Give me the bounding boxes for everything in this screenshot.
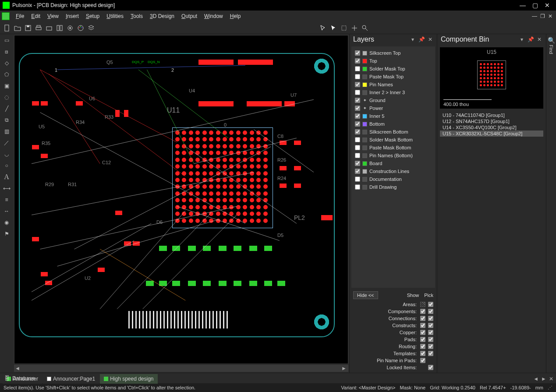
select-mode-icon[interactable] (329, 23, 338, 33)
option-show-checkbox[interactable] (420, 323, 425, 328)
layer-row[interactable]: Pin Names (355, 81, 432, 88)
close-button[interactable]: ✕ (541, 2, 553, 9)
menu-output[interactable]: Output (178, 13, 201, 19)
layer-list[interactable]: Silkscreen TopTopSolder Mask TopPaste Ma… (351, 46, 435, 288)
option-pick-checkbox[interactable] (428, 337, 433, 342)
layer-visible-checkbox[interactable] (355, 90, 360, 95)
design-canvas[interactable]: Q5 U4 U7 U11 0 U5 R35 R34 R33 C12 C8 R26… (14, 35, 348, 364)
find-icon[interactable]: 🔍 (548, 37, 555, 44)
layer-visible-checkbox[interactable] (355, 113, 360, 119)
lasso-icon[interactable]: ◌ (2, 93, 11, 102)
layer-visible-checkbox[interactable] (355, 66, 360, 71)
horizontal-scrollbar[interactable]: ◄ ► (14, 365, 348, 372)
layer-visible-checkbox[interactable] (355, 58, 360, 64)
tab-next-icon[interactable]: ► (541, 376, 546, 382)
select-rect-icon[interactable]: ▭ (2, 36, 11, 45)
layer-row[interactable]: Pin Names (Bottom) (355, 152, 432, 159)
rule-icon[interactable]: ≡ (2, 195, 11, 204)
poly-icon[interactable]: ⬠ (2, 70, 11, 79)
option-show-checkbox[interactable] (420, 302, 425, 307)
layer-visible-checkbox[interactable] (355, 177, 360, 182)
layer-row[interactable]: Paste Mask Top (355, 73, 432, 81)
frame-select-icon[interactable] (339, 23, 349, 33)
layer-row[interactable]: Silkscreen Bottom (355, 128, 432, 136)
layer-visible-checkbox[interactable] (355, 129, 360, 134)
cross-probe-icon[interactable] (350, 23, 359, 33)
layer-visible-checkbox[interactable] (355, 161, 360, 166)
layer-visible-checkbox[interactable] (355, 153, 360, 158)
layer-row[interactable]: Solder Mask Bottom (355, 136, 432, 144)
save-icon[interactable] (23, 23, 33, 33)
option-show-checkbox[interactable] (420, 330, 425, 335)
layer-row[interactable]: Documentation (355, 175, 432, 183)
tab-announcer-page1[interactable]: Announcer:Page1 (43, 374, 99, 384)
scroll-left-icon[interactable]: ◄ (15, 365, 21, 371)
layer-visible-checkbox[interactable] (355, 145, 360, 150)
bin-item[interactable]: U12 - SN74AHC157D [Group1] (440, 118, 543, 124)
library-icon[interactable] (55, 23, 64, 33)
panel-close-icon[interactable]: ✕ (427, 36, 433, 42)
track-icon[interactable]: ╱ (2, 104, 11, 113)
print-icon[interactable] (34, 23, 43, 33)
drc-icon[interactable]: ⚑ (2, 230, 11, 238)
layer-row[interactable]: ⌖Power (355, 104, 432, 112)
plot-icon[interactable] (44, 23, 54, 33)
menu-3d-design[interactable]: 3D Design (146, 13, 178, 19)
layer-visible-checkbox[interactable] (355, 137, 360, 142)
menu-tools[interactable]: Tools (127, 13, 146, 19)
layer-row[interactable]: Drill Drawing (355, 183, 432, 191)
layer-visible-checkbox[interactable] (355, 169, 360, 174)
layer-visible-checkbox[interactable] (355, 82, 360, 87)
shape-icon[interactable]: ◇ (2, 59, 11, 67)
maximize-button[interactable]: ▢ (529, 2, 541, 9)
zoom-icon[interactable] (360, 23, 370, 33)
text-icon[interactable]: A (2, 173, 11, 181)
layer-row[interactable]: Board (355, 159, 432, 167)
layer-row[interactable]: Bottom (355, 120, 432, 128)
layer-visible-checkbox[interactable] (355, 184, 360, 190)
option-show-checkbox[interactable] (420, 344, 425, 349)
arc-icon[interactable]: ◡ (2, 150, 11, 159)
option-pick-checkbox[interactable] (428, 323, 433, 328)
option-pick-checkbox[interactable] (428, 309, 433, 314)
layer-row[interactable]: Inner 5 (355, 112, 432, 120)
settings-icon[interactable] (65, 23, 75, 33)
layer-row[interactable]: Inner 2 > Inner 3 (355, 88, 432, 96)
layer-visible-checkbox[interactable] (355, 121, 360, 127)
line-icon[interactable]: ／ (2, 138, 11, 147)
layer-row[interactable]: Top (355, 57, 432, 65)
layer-row[interactable]: Solder Mask Top (355, 65, 432, 73)
bin-item[interactable]: U14 - XC3S50-4VQ100C [Group2] (440, 124, 543, 131)
copy-icon[interactable]: ⧉ (2, 116, 11, 124)
menu-insert[interactable]: Insert (62, 13, 82, 19)
scroll-right-icon[interactable]: ► (341, 365, 347, 371)
layer-visible-checkbox[interactable] (355, 74, 360, 79)
layer-visible-checkbox[interactable] (355, 50, 360, 56)
menu-file[interactable]: File (12, 13, 28, 19)
option-pick-checkbox[interactable] (428, 316, 433, 321)
option-show-checkbox[interactable] (420, 351, 425, 356)
tab-prev-icon[interactable]: ◄ (533, 376, 538, 382)
menu-window[interactable]: Window (201, 13, 227, 19)
menu-help[interactable]: Help (227, 13, 244, 19)
mdi-restore-button[interactable]: ❐ (538, 13, 546, 19)
database-row[interactable]: 🗄 Database (0, 374, 39, 383)
layer-visible-checkbox[interactable] (355, 98, 360, 103)
hide-layers-button[interactable]: Hide << (353, 291, 378, 299)
find-label[interactable]: Find (549, 45, 554, 54)
group-icon[interactable]: ▥ (2, 127, 11, 136)
layers-dropdown-icon[interactable] (86, 23, 96, 33)
palette-icon[interactable] (76, 23, 85, 33)
panel-dropdown-icon[interactable]: ▾ (410, 36, 416, 42)
option-show-checkbox[interactable] (420, 309, 425, 314)
status-grip-icon[interactable]: ⋰ (548, 385, 552, 391)
panel-close-icon[interactable]: ✕ (536, 36, 542, 42)
panel-dropdown-icon[interactable]: ▾ (519, 36, 525, 42)
menu-view[interactable]: View (44, 13, 62, 19)
layer-row[interactable]: ⌖Ground (355, 96, 432, 104)
via-icon[interactable]: ◉ (2, 218, 11, 227)
panel-pin-icon[interactable]: 📌 (418, 36, 425, 42)
open-file-icon[interactable] (13, 23, 22, 33)
option-pick-checkbox[interactable] (428, 302, 433, 307)
panel-pin-icon[interactable]: 📌 (528, 36, 534, 42)
